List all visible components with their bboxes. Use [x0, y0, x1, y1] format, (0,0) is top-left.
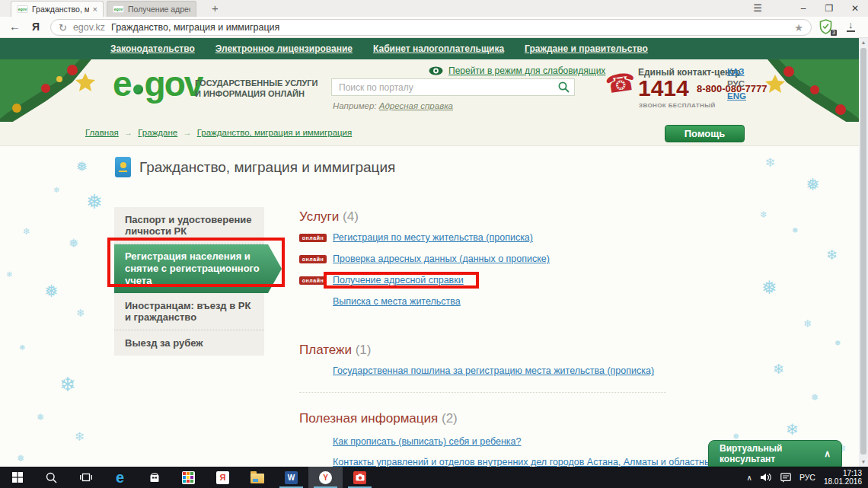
snowflake-icon: ❄ [765, 157, 775, 169]
nav-link-taxpayer-cabinet[interactable]: Кабинет налогоплательщика [373, 43, 504, 54]
taskbar-yandex-browser[interactable]: Y [308, 467, 343, 488]
start-button[interactable] [0, 467, 34, 488]
snowflake-icon: ❄ [760, 210, 767, 219]
example-link[interactable]: Адресная справка [379, 101, 453, 110]
accessibility-mode: Перейти в режим для слабовидящих [429, 65, 605, 76]
payment-link-state-duty[interactable]: Государственная пошлина за регистрацию м… [333, 365, 654, 376]
nav-link-citizens-government[interactable]: Граждане и правительство [525, 43, 648, 54]
taskbar-app-grid[interactable] [171, 467, 206, 488]
snowflake-icon: ❅ [37, 413, 44, 422]
taskbar-file-explorer[interactable] [240, 467, 274, 488]
help-button[interactable]: Помощь [665, 125, 745, 142]
search-icon [46, 472, 57, 483]
service-link-residence-extract[interactable]: Выписка с места жительства [333, 296, 461, 307]
taskbar-store[interactable] [137, 467, 171, 488]
snowflake-icon: ❄ [6, 271, 12, 279]
tab-title: Получение адресной [128, 5, 190, 14]
online-badge: онлайн [299, 255, 327, 263]
breadcrumb-separator-icon: → [183, 128, 192, 137]
info-link-contacts[interactable]: Контакты управлений и отделов внутренних… [333, 457, 735, 467]
browser-menu-icon[interactable]: ☰ [745, 0, 771, 17]
snowflake-icon: ❅ [17, 454, 24, 463]
service-row: онлайн Регистрация по месту жительства (… [299, 232, 533, 243]
snowflake-icon: ❄ [75, 431, 85, 443]
breadcrumb-home[interactable]: Главная [85, 128, 119, 137]
egov-favicon-icon: egov [113, 5, 124, 13]
nav-link-licensing[interactable]: Электронное лицензирование [215, 43, 353, 54]
snowflake-icon: ❄ [53, 187, 59, 194]
windows-taskbar: e Я W Y ∧ РУС 17:13 18.01.2016 [0, 467, 868, 488]
task-view-button[interactable] [69, 467, 103, 488]
page-scrollbar[interactable]: ▲ ▼ [859, 38, 868, 467]
section-heading-services: Услуги (4) [299, 209, 359, 225]
snowflake-icon: ❅ [806, 177, 819, 193]
lang-rus: РУС [727, 79, 746, 88]
contact-center-note: ЗВОНОК БЕСПЛАТНЫЙ [639, 102, 716, 109]
download-icon[interactable]: ↓ [847, 20, 855, 32]
taskbar-word[interactable]: W [274, 467, 308, 488]
sidebar-item-travel-abroad[interactable]: Выезд за рубеж [114, 330, 264, 356]
bookmark-star-icon[interactable]: ★ [794, 22, 803, 33]
adguard-shield-icon[interactable]: 3 [819, 19, 834, 36]
service-row: Как прописать (выписать) себя и ребенка? [299, 436, 522, 447]
speaker-icon[interactable] [761, 473, 772, 482]
tray-time: 17:13 [824, 469, 862, 478]
egov-favicon-icon: egov [17, 5, 28, 13]
breadcrumb-citizens[interactable]: Граждане [138, 128, 177, 137]
service-link-registration[interactable]: Регистрация по месту жительства (прописк… [333, 232, 533, 243]
minimize-button[interactable]: – [790, 0, 816, 17]
egov-logo[interactable]: e gov [113, 69, 202, 99]
christmas-tree-decoration [0, 59, 113, 129]
info-link-how-to-register[interactable]: Как прописать (выписать) себя и ребенка? [333, 436, 522, 447]
snowflake-icon: ❄ [76, 308, 85, 318]
taskbar-search-button[interactable] [34, 467, 69, 488]
annotation-box-address-certificate [324, 272, 479, 289]
tray-language[interactable]: РУС [799, 473, 815, 482]
lang-kaz[interactable]: КАЗ [727, 67, 746, 76]
breadcrumb-current[interactable]: Гражданство, миграция и иммиграция [197, 128, 353, 137]
action-center-icon[interactable] [780, 473, 791, 483]
back-button-icon[interactable]: ← [9, 20, 21, 33]
breadcrumb: Главная → Граждане → Гражданство, миграц… [85, 128, 352, 137]
christmas-tree-decoration [745, 59, 859, 129]
tab-close-icon[interactable]: × [93, 5, 97, 14]
sidebar-item-foreigners[interactable]: Иностранцам: въезд в РК и гражданство [114, 293, 264, 330]
taskbar-yandex-search[interactable]: Я [206, 467, 240, 488]
tab-citizenship[interactable]: egov Гражданство, миграц × [11, 1, 104, 17]
search-example: Например: Адресная справка [333, 101, 453, 110]
new-tab-button[interactable]: + [206, 1, 225, 17]
scroll-down-icon[interactable]: ▼ [859, 458, 868, 467]
page-title: Гражданство, миграция и иммиграция [139, 159, 395, 176]
lang-eng[interactable]: ENG [727, 91, 746, 100]
top-navigation: Законодательство Электронное лицензирова… [0, 38, 859, 59]
eye-icon [429, 66, 443, 75]
scrollbar-thumb[interactable] [860, 48, 866, 455]
reload-icon[interactable]: ↻ [59, 22, 67, 33]
taskbar-edge[interactable]: e [103, 467, 137, 488]
accessibility-link[interactable]: Перейти в режим для слабовидящих [448, 65, 605, 76]
restore-button[interactable]: ❐ [816, 0, 842, 17]
scroll-up-icon[interactable]: ▲ [859, 38, 868, 47]
system-tray: ∧ РУС 17:13 18.01.2016 [747, 469, 868, 486]
snowflake-icon: ❄ [773, 362, 784, 376]
tray-chevron-icon[interactable]: ∧ [747, 474, 752, 482]
folder-icon [251, 474, 264, 483]
nav-link-legislation[interactable]: Законодательство [110, 43, 195, 54]
snowflake-icon: ❅ [44, 283, 58, 300]
virtual-consultant-button[interactable]: Виртуальный консультант ∧ [708, 440, 842, 467]
tab-address-certificate[interactable]: egov Получение адресной [107, 1, 196, 17]
breadcrumb-separator-icon: → [124, 128, 133, 137]
yandex-logo-icon[interactable]: Я [32, 21, 40, 33]
section-divider [299, 392, 666, 393]
address-domain: egov.kz [73, 22, 105, 33]
search-input[interactable] [331, 78, 575, 96]
site-header: e gov ГОСУДАРСТВЕННЫЕ УСЛУГИ И ИНФОРМАЦИ… [0, 59, 859, 122]
tray-clock[interactable]: 17:13 18.01.2016 [824, 469, 862, 486]
search-icon[interactable] [558, 81, 570, 93]
address-bar[interactable]: ↻ egov.kz Гражданство, миграция и иммигр… [50, 19, 812, 36]
snowflake-icon: ❅ [834, 340, 841, 347]
snowflake-icon: ❄ [803, 318, 812, 329]
close-button[interactable]: ✕ [842, 0, 868, 17]
service-link-address-check[interactable]: Проверка адресных данных (данных о пропи… [333, 254, 550, 264]
taskbar-screenshot-app[interactable] [343, 467, 377, 488]
